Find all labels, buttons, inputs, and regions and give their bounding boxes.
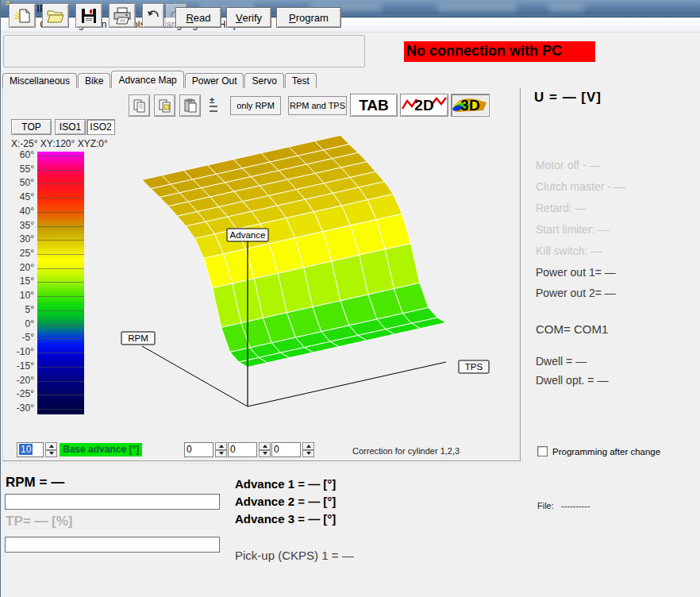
- open-folder-icon: [46, 8, 65, 24]
- start-limiter-readout: Start limiter: —: [536, 223, 610, 236]
- scale-tick: [37, 156, 84, 156]
- new-file-icon: [13, 7, 31, 25]
- tab-test[interactable]: Test: [285, 73, 317, 88]
- file-readout: File: ----------: [537, 501, 590, 510]
- dwell-opt-readout: Dwell opt. = —: [536, 374, 608, 387]
- rpm-and-tps-button[interactable]: RPM and TPS: [288, 96, 347, 115]
- scale-label: 60°: [4, 149, 34, 160]
- correction2-input[interactable]: 0: [228, 442, 257, 457]
- titlebar[interactable]: TCIP4: [1, 0, 700, 17]
- scale-label: 20°: [4, 262, 34, 273]
- scale-label: 0°: [4, 318, 34, 329]
- tps-axis-label: TPS: [465, 362, 483, 372]
- copy-button[interactable]: [129, 94, 150, 117]
- correction1-input[interactable]: 0: [184, 442, 213, 457]
- scale-tick: [37, 240, 84, 241]
- rpm-readout: RPM = —: [6, 475, 64, 491]
- paste-button[interactable]: [179, 94, 201, 117]
- scale-label: 45°: [4, 191, 34, 202]
- tp-input[interactable]: [5, 537, 220, 553]
- tab-bike[interactable]: Bike: [78, 73, 110, 88]
- scale-tick: [37, 198, 84, 198]
- correction-caption: Correction for cylinder 1,2,3: [352, 446, 460, 456]
- tab-advance-map[interactable]: Advance Map: [111, 71, 183, 88]
- new-file-button[interactable]: [9, 3, 36, 28]
- color-scale-bar: [37, 152, 84, 414]
- power-out1-readout: Power out 1= —: [536, 266, 616, 279]
- spin-down[interactable]: [259, 450, 271, 458]
- scale-label: 50°: [4, 177, 34, 188]
- save-button[interactable]: [75, 3, 102, 28]
- 2d-view-button[interactable]: 2D: [400, 94, 448, 117]
- toolbar-frame: [3, 35, 365, 67]
- base-advance-spinner[interactable]: [45, 442, 57, 457]
- scale-label: 55°: [4, 164, 34, 175]
- scale-label: 35°: [4, 220, 34, 231]
- scale-label: -10°: [4, 346, 34, 357]
- rpm-axis: [142, 346, 248, 406]
- spin-up[interactable]: [45, 442, 57, 450]
- correction3-input[interactable]: 0: [271, 442, 301, 457]
- only-rpm-button[interactable]: only RPM: [230, 96, 281, 115]
- verify-button[interactable]: Verify: [226, 7, 271, 28]
- copy-page-button[interactable]: [154, 94, 175, 117]
- correction2-spinner[interactable]: [259, 442, 271, 457]
- clutch-master-readout: Clutch master - —: [536, 180, 625, 193]
- divider: [1, 463, 521, 464]
- scale-tick: [37, 268, 84, 269]
- tab-power-out[interactable]: Power Out: [185, 73, 244, 88]
- advance1-readout: Advance 1 = — [°]: [235, 477, 336, 491]
- scale-label: -5°: [4, 332, 34, 343]
- spin-down[interactable]: [45, 450, 57, 458]
- scale-label: 40°: [4, 206, 34, 217]
- tab-view-button[interactable]: TAB: [350, 94, 398, 117]
- view-iso1-button[interactable]: ISO1: [55, 119, 86, 135]
- spin-down[interactable]: [302, 450, 314, 458]
- spin-up[interactable]: [259, 442, 271, 450]
- paste-icon: [183, 98, 198, 113]
- tab-servo[interactable]: Servo: [244, 73, 283, 88]
- view-top-button[interactable]: TOP: [11, 119, 52, 135]
- open-file-button[interactable]: [42, 3, 69, 28]
- scale-label: 25°: [4, 248, 34, 259]
- copy-page-icon: [158, 98, 172, 113]
- scale-label: 10°: [4, 290, 34, 301]
- base-advance-input[interactable]: 10: [17, 442, 44, 457]
- scale-label: 15°: [4, 275, 34, 287]
- scale-label: -20°: [4, 375, 34, 386]
- scale-tick: [37, 395, 84, 395]
- correction3-spinner[interactable]: [302, 442, 314, 457]
- app-window: TCIP4 FileComIgnitionToolsLanguageHelp: [0, 0, 700, 597]
- undo-button[interactable]: [142, 3, 164, 28]
- programming-after-change-row: Programming after change: [537, 446, 660, 456]
- tp-readout: TP= — [%]: [6, 514, 73, 530]
- print-button[interactable]: [109, 3, 136, 28]
- advance-map-3d-surface[interactable]: AdvanceRPMTPS: [87, 126, 521, 445]
- undo-icon: [146, 10, 160, 22]
- correction1-spinner[interactable]: [215, 442, 227, 457]
- scale-tick: [37, 367, 84, 368]
- rpm-axis-label: RPM: [128, 333, 148, 343]
- rpm-input[interactable]: [5, 494, 220, 510]
- titlebar-ghost: [437, 3, 517, 12]
- programming-after-change-checkbox[interactable]: [537, 446, 548, 456]
- 3d-view-button[interactable]: 3D: [451, 94, 490, 117]
- motor-off-readout: Motor off - —: [536, 159, 600, 171]
- dwell-readout: Dwell = —: [536, 355, 587, 368]
- read-button[interactable]: Read: [175, 7, 221, 28]
- program-button[interactable]: Program: [276, 7, 341, 28]
- tab-bar: MiscellaneousBikeAdvance MapPower OutSer…: [2, 71, 317, 88]
- svg-text:±: ±: [210, 95, 214, 105]
- print-icon: [113, 7, 132, 25]
- voltage-readout: U = — [V]: [534, 90, 602, 106]
- titlebar-ghost: [548, 3, 584, 12]
- base-advance-value: 10: [19, 444, 33, 455]
- tab-miscellaneous[interactable]: Miscellaneous: [2, 73, 77, 88]
- spin-up[interactable]: [215, 442, 227, 450]
- spin-down[interactable]: [215, 450, 227, 458]
- programming-after-change-label: Programming after change: [552, 447, 660, 456]
- plus-minus-icon[interactable]: ±: [207, 95, 220, 119]
- spin-up[interactable]: [302, 442, 314, 450]
- kill-switch-readout: Kill switch: —: [536, 245, 602, 257]
- scale-tick: [37, 212, 84, 213]
